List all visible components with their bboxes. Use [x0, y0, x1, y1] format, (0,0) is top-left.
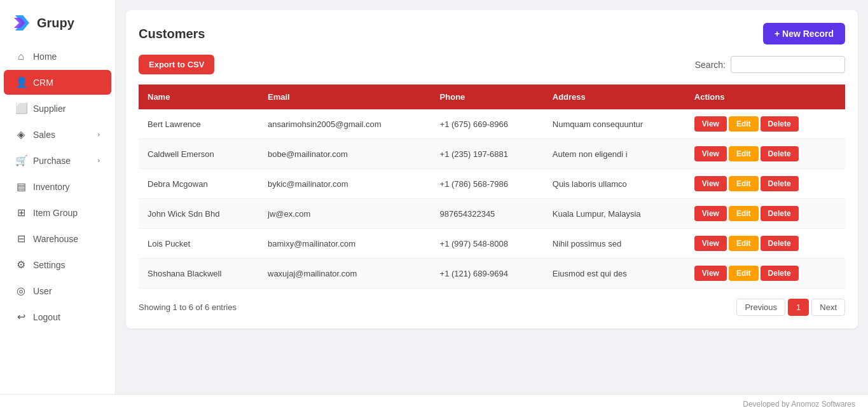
sidebar-item-supplier[interactable]: ⬜Supplier: [4, 96, 111, 121]
cell-actions: ViewEditDelete: [685, 169, 845, 199]
inventory-label: Inventory: [33, 182, 70, 192]
view-button-5[interactable]: View: [694, 266, 727, 281]
sidebar-nav: ⌂Home👤CRM⬜Supplier◈Sales›🛒Purchase›▤Inve…: [0, 44, 115, 329]
settings-label: Settings: [33, 260, 65, 270]
pagination-area: Showing 1 to 6 of 6 entries Previous 1 N…: [139, 299, 845, 316]
edit-button-2[interactable]: Edit: [729, 176, 759, 191]
sales-label: Sales: [33, 130, 55, 140]
cell-name: Caldwell Emerson: [139, 139, 259, 169]
item-group-icon: ⊞: [15, 207, 27, 219]
current-page-button[interactable]: 1: [788, 299, 809, 316]
user-icon: ◎: [15, 285, 27, 297]
cell-address: Nihil possimus sed: [544, 229, 685, 259]
view-button-1[interactable]: View: [694, 146, 727, 161]
previous-page-button[interactable]: Previous: [736, 299, 785, 316]
cell-actions: ViewEditDelete: [685, 199, 845, 229]
purchase-label: Purchase: [33, 156, 71, 166]
cell-address: Quis laboris ullamco: [544, 169, 685, 199]
sidebar-item-sales[interactable]: ◈Sales›: [4, 122, 111, 147]
table-body: Bert Lawrenceansarimohsin2005@gmail.com+…: [139, 109, 845, 289]
logo-icon: [11, 13, 32, 33]
sidebar-item-settings[interactable]: ⚙Settings: [4, 252, 111, 277]
col-phone: Phone: [431, 85, 544, 109]
delete-button-5[interactable]: Delete: [761, 266, 799, 281]
delete-button-2[interactable]: Delete: [761, 176, 799, 191]
delete-button-3[interactable]: Delete: [761, 206, 799, 221]
sidebar-item-user[interactable]: ◎User: [4, 278, 111, 303]
cell-name: Lois Pucket: [139, 229, 259, 259]
cell-actions: ViewEditDelete: [685, 229, 845, 259]
edit-button-1[interactable]: Edit: [729, 146, 759, 161]
cell-email: bobe@mailinator.com: [259, 139, 431, 169]
view-button-4[interactable]: View: [694, 236, 727, 251]
cell-actions: ViewEditDelete: [685, 109, 845, 139]
col-address: Address: [544, 85, 685, 109]
sidebar-item-purchase[interactable]: 🛒Purchase›: [4, 148, 111, 173]
sidebar-item-logout[interactable]: ↩Logout: [4, 304, 111, 329]
sidebar-item-crm[interactable]: 👤CRM: [4, 70, 111, 95]
purchase-chevron-icon: ›: [98, 157, 100, 164]
search-input[interactable]: [731, 56, 845, 73]
delete-button-1[interactable]: Delete: [761, 146, 799, 161]
customers-table: NameEmailPhoneAddressActions Bert Lawren…: [139, 85, 845, 289]
cell-phone: +1 (786) 568-7986: [431, 169, 544, 199]
supplier-label: Supplier: [33, 104, 65, 114]
cell-email: bamixy@mailinator.com: [259, 229, 431, 259]
col-email: Email: [259, 85, 431, 109]
footer-text: Developed by Anomoz Softwares: [743, 400, 855, 408]
cell-phone: +1 (121) 689-9694: [431, 259, 544, 289]
cell-email: bykic@mailinator.com: [259, 169, 431, 199]
table-row: Caldwell Emersonbobe@mailinator.com+1 (2…: [139, 139, 845, 169]
table-row: Bert Lawrenceansarimohsin2005@gmail.com+…: [139, 109, 845, 139]
search-wrapper: Search:: [695, 56, 845, 73]
warehouse-icon: ⊟: [15, 233, 27, 245]
cell-phone: +1 (235) 197-6881: [431, 139, 544, 169]
cell-name: Debra Mcgowan: [139, 169, 259, 199]
view-button-3[interactable]: View: [694, 206, 727, 221]
logout-icon: ↩: [15, 311, 27, 323]
home-label: Home: [33, 51, 57, 62]
logout-label: Logout: [33, 312, 60, 322]
next-page-button[interactable]: Next: [811, 299, 845, 316]
edit-button-0[interactable]: Edit: [729, 116, 759, 132]
sidebar-item-inventory[interactable]: ▤Inventory: [4, 174, 111, 199]
inventory-icon: ▤: [15, 180, 27, 193]
table-row: Shoshana Blackwellwaxujaj@mailinator.com…: [139, 259, 845, 289]
cell-actions: ViewEditDelete: [685, 259, 845, 289]
card-header: Customers + New Record: [139, 23, 845, 44]
cell-actions: ViewEditDelete: [685, 139, 845, 169]
edit-button-4[interactable]: Edit: [729, 236, 759, 251]
view-button-2[interactable]: View: [694, 176, 727, 191]
edit-button-5[interactable]: Edit: [729, 266, 759, 281]
purchase-icon: 🛒: [15, 154, 27, 167]
search-label: Search:: [695, 60, 726, 70]
cell-address: Kuala Lumpur, Malaysia: [544, 199, 685, 229]
home-icon: ⌂: [15, 51, 27, 62]
item-group-label: Item Group: [33, 208, 78, 218]
footer: Developed by Anomoz Softwares: [0, 394, 868, 408]
col-actions: Actions: [685, 85, 845, 109]
export-csv-button[interactable]: Export to CSV: [139, 55, 214, 74]
pagination-buttons: Previous 1 Next: [736, 299, 845, 316]
delete-button-0[interactable]: Delete: [761, 116, 799, 132]
sidebar: Grupy ⌂Home👤CRM⬜Supplier◈Sales›🛒Purchase…: [0, 0, 116, 394]
cell-name: Bert Lawrence: [139, 109, 259, 139]
delete-button-4[interactable]: Delete: [761, 236, 799, 251]
edit-button-3[interactable]: Edit: [729, 206, 759, 221]
cell-phone: 987654322345: [431, 199, 544, 229]
crm-icon: 👤: [15, 76, 27, 88]
content-card: Customers + New Record Export to CSV Sea…: [126, 10, 858, 329]
sidebar-item-home[interactable]: ⌂Home: [4, 44, 111, 69]
col-name: Name: [139, 85, 259, 109]
view-button-0[interactable]: View: [694, 116, 727, 132]
table-row: Lois Pucketbamixy@mailinator.com+1 (997)…: [139, 229, 845, 259]
cell-name: John Wick Sdn Bhd: [139, 199, 259, 229]
new-record-button[interactable]: + New Record: [763, 23, 845, 44]
cell-phone: +1 (675) 669-8966: [431, 109, 544, 139]
table-row: John Wick Sdn Bhdjw@ex.com987654322345Ku…: [139, 199, 845, 229]
cell-email: jw@ex.com: [259, 199, 431, 229]
sidebar-item-item-group[interactable]: ⊞Item Group: [4, 200, 111, 225]
page-title: Customers: [139, 27, 205, 41]
toolbar: Export to CSV Search:: [139, 55, 845, 74]
sidebar-item-warehouse[interactable]: ⊟Warehouse: [4, 226, 111, 251]
